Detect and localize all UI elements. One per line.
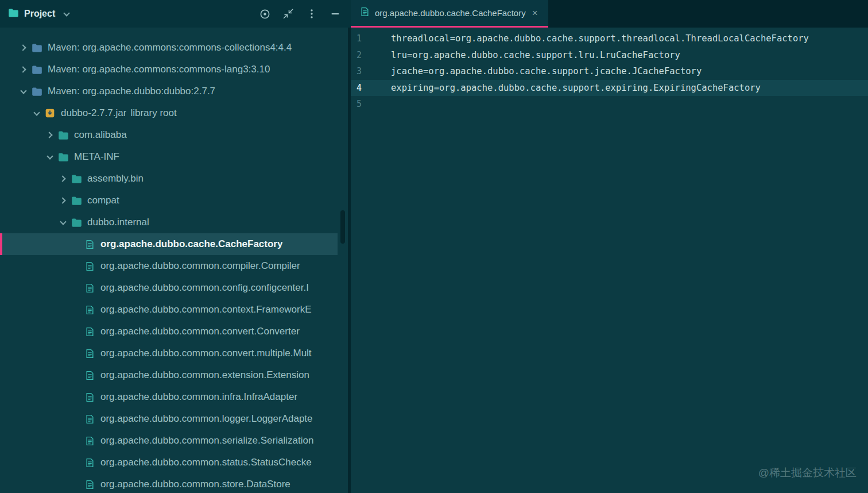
tree-item[interactable]: assembly.bin: [0, 168, 348, 190]
tree-item[interactable]: org.apache.dubbo.common.logger.LoggerAda…: [0, 408, 348, 430]
line-number: 2: [351, 47, 391, 64]
tree-item[interactable]: dubbo.internal: [0, 211, 348, 233]
tree-item-label: compat: [87, 195, 119, 206]
file-icon: [83, 349, 96, 359]
file-icon: [83, 283, 96, 293]
tree-item[interactable]: org.apache.dubbo.common.extension.Extens…: [0, 364, 348, 386]
tree-item-label: org.apache.dubbo.common.status.StatusChe…: [100, 457, 312, 468]
file-icon: [360, 7, 370, 19]
line-number: 5: [351, 96, 391, 113]
tree-item[interactable]: Maven: org.apache.dubbo:dubbo:2.7.7: [0, 80, 348, 102]
file-icon: [83, 261, 96, 271]
editor-lines: 1threadlocal=org.apache.dubbo.cache.supp…: [351, 28, 868, 113]
package-icon: [56, 152, 70, 163]
toolbar-icons: [258, 7, 351, 20]
jar-icon: [43, 108, 57, 118]
code-line[interactable]: 4expiring=org.apache.dubbo.cache.support…: [351, 80, 868, 97]
tree-scrollbar-thumb[interactable]: [340, 210, 345, 244]
code-line[interactable]: 2lru=org.apache.dubbo.cache.support.lru.…: [351, 47, 868, 64]
tree-item-label: org.apache.dubbo.common.infra.InfraAdapt…: [100, 391, 297, 403]
code-text: expiring=org.apache.dubbo.cache.support.…: [391, 80, 761, 97]
tree-item-label: Maven: org.apache.commons:commons-collec…: [48, 42, 292, 53]
tree-item-label: org.apache.dubbo.common.config.configcen…: [100, 282, 309, 294]
package-icon: [56, 130, 70, 141]
tree-item-label: org.apache.dubbo.common.convert.multiple…: [100, 348, 312, 359]
tree-item-suffix: library root: [130, 107, 176, 119]
file-icon: [83, 414, 96, 424]
project-selector[interactable]: Project: [0, 7, 73, 21]
tree-item[interactable]: org.apache.dubbo.common.compiler.Compile…: [0, 255, 348, 277]
code-line[interactable]: 5: [351, 96, 868, 113]
tree-item[interactable]: compat: [0, 190, 348, 211]
hide-panel-icon[interactable]: [329, 7, 342, 20]
tree-item[interactable]: org.apache.dubbo.cache.CacheFactory: [0, 233, 338, 255]
line-number: 4: [351, 80, 391, 97]
chevron-down-icon[interactable]: [17, 90, 30, 93]
tree-item[interactable]: org.apache.dubbo.common.config.configcen…: [0, 277, 348, 299]
tree-item-label: org.apache.dubbo.cache.CacheFactory: [100, 238, 282, 250]
tree-item-label: org.apache.dubbo.common.logger.LoggerAda…: [100, 413, 313, 425]
editor-tab[interactable]: org.apache.dubbo.cache.CacheFactory ×: [351, 0, 548, 28]
chevron-right-icon[interactable]: [57, 198, 69, 203]
tree-item-label: org.apache.dubbo.common.store.DataStore: [100, 479, 290, 490]
chevron-right-icon[interactable]: [17, 67, 30, 72]
code-text: lru=org.apache.dubbo.cache.support.lru.L…: [391, 47, 680, 64]
tree-item-label: com.alibaba: [74, 129, 127, 141]
maven-folder-icon: [30, 43, 44, 53]
collapse-all-icon[interactable]: [282, 7, 294, 20]
tree-item[interactable]: Maven: org.apache.commons:commons-lang3:…: [0, 59, 348, 80]
tree-item-label: org.apache.dubbo.common.extension.Extens…: [100, 369, 309, 381]
code-line[interactable]: 1threadlocal=org.apache.dubbo.cache.supp…: [351, 30, 868, 47]
project-tree: Maven: org.apache.commons:commons-collec…: [0, 28, 348, 493]
file-icon: [83, 305, 96, 315]
tree-item[interactable]: org.apache.dubbo.common.infra.InfraAdapt…: [0, 386, 348, 408]
tree-item-label: dubbo.internal: [87, 217, 149, 228]
chevron-right-icon[interactable]: [44, 133, 56, 137]
locate-file-icon[interactable]: [258, 7, 271, 20]
chevron-down-icon[interactable]: [57, 221, 69, 224]
file-icon: [83, 392, 96, 402]
tree-item[interactable]: META-INF: [0, 146, 348, 168]
tree-item[interactable]: Maven: org.apache.commons:commons-collec…: [0, 37, 348, 59]
tree-item[interactable]: dubbo-2.7.7.jarlibrary root: [0, 102, 348, 124]
tree-item-label: Maven: org.apache.dubbo:dubbo:2.7.7: [48, 86, 215, 97]
tree-item-label: org.apache.dubbo.common.serialize.Serial…: [100, 435, 313, 446]
more-options-icon[interactable]: [305, 7, 318, 20]
tree-item-label: org.apache.dubbo.common.convert.Converte…: [100, 326, 300, 337]
file-icon: [83, 458, 96, 468]
tree-item-label: org.apache.dubbo.common.context.Framewor…: [100, 304, 312, 315]
tree-item-label: assembly.bin: [87, 173, 144, 184]
file-icon: [83, 240, 96, 249]
tree-item-label: dubbo-2.7.7.jar: [61, 107, 126, 119]
project-label: Project: [24, 9, 55, 19]
main-area: Maven: org.apache.commons:commons-collec…: [0, 28, 868, 493]
chevron-down-icon[interactable]: [44, 156, 56, 159]
code-text: jcache=org.apache.dubbo.cache.support.jc…: [391, 63, 702, 80]
file-icon: [83, 480, 96, 490]
code-line[interactable]: 3jcache=org.apache.dubbo.cache.support.j…: [351, 63, 868, 80]
file-icon: [83, 371, 96, 380]
maven-folder-icon: [30, 86, 44, 97]
code-text: threadlocal=org.apache.dubbo.cache.suppo…: [391, 30, 809, 47]
chevron-right-icon[interactable]: [57, 176, 69, 181]
file-icon: [83, 327, 96, 337]
chevron-right-icon[interactable]: [17, 45, 30, 50]
maven-folder-icon: [30, 64, 44, 75]
tree-item[interactable]: com.alibaba: [0, 124, 348, 146]
editor-tab-bar: org.apache.dubbo.cache.CacheFactory ×: [351, 0, 868, 28]
tree-item[interactable]: org.apache.dubbo.common.serialize.Serial…: [0, 430, 348, 452]
close-tab-icon[interactable]: ×: [531, 7, 539, 19]
chevron-down-icon[interactable]: [30, 112, 43, 115]
tree-item[interactable]: org.apache.dubbo.common.status.StatusChe…: [0, 452, 348, 473]
code-editor[interactable]: 1threadlocal=org.apache.dubbo.cache.supp…: [351, 28, 868, 493]
project-folder-icon: [8, 7, 19, 21]
tree-item[interactable]: org.apache.dubbo.common.store.DataStore: [0, 473, 348, 493]
package-icon: [69, 195, 83, 206]
tree-item[interactable]: org.apache.dubbo.common.convert.multiple…: [0, 342, 348, 364]
tree-item[interactable]: org.apache.dubbo.common.convert.Converte…: [0, 321, 348, 342]
file-icon: [83, 436, 96, 446]
project-toolbar: Project: [0, 0, 351, 28]
topbar: Project: [0, 0, 868, 28]
ide-window: Project: [0, 0, 868, 493]
tree-item[interactable]: org.apache.dubbo.common.context.Framewor…: [0, 299, 348, 321]
